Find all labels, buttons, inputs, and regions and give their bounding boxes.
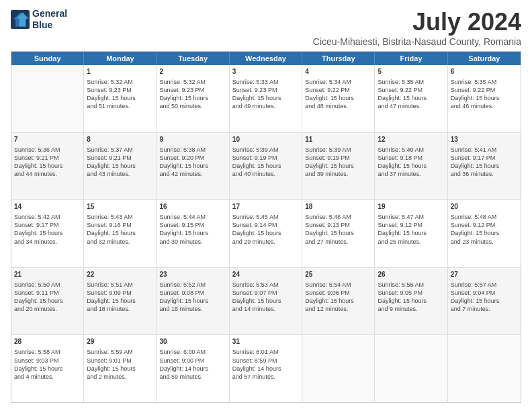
cell-info-line: Sunset: 9:17 PM — [451, 154, 518, 162]
logo-text: General Blue — [32, 8, 67, 31]
cell-info-line: Sunrise: 5:39 AM — [232, 146, 299, 154]
calendar-cell: 3Sunrise: 5:33 AMSunset: 9:23 PMDaylight… — [230, 65, 302, 132]
cell-info-line: Sunset: 9:17 PM — [14, 221, 81, 229]
cell-info-line: and 39 minutes. — [305, 170, 371, 178]
cell-info-line: Sunset: 8:59 PM — [232, 357, 299, 365]
day-number: 15 — [87, 202, 153, 212]
cell-info-line: Daylight: 15 hours — [87, 297, 153, 305]
calendar-cell: 14Sunrise: 5:42 AMSunset: 9:17 PMDayligh… — [11, 200, 84, 267]
cell-info-line: Daylight: 15 hours — [378, 162, 444, 170]
cell-info-line: Sunrise: 5:37 AM — [87, 146, 153, 154]
logo-icon — [11, 10, 30, 29]
cell-info-line: Sunrise: 5:41 AM — [451, 146, 518, 154]
cell-info-line: Sunset: 9:07 PM — [232, 289, 299, 297]
cell-info-line: Sunrise: 5:44 AM — [160, 213, 226, 221]
subtitle: Ciceu-Mihaiesti, Bistrita-Nasaud County,… — [313, 36, 521, 47]
cell-info-line: Daylight: 15 hours — [160, 229, 226, 237]
calendar-cell: 13Sunrise: 5:41 AMSunset: 9:17 PMDayligh… — [448, 133, 521, 200]
calendar-cell — [11, 65, 84, 132]
cell-info-line: and 12 minutes. — [305, 305, 371, 313]
day-number: 22 — [87, 270, 153, 279]
cell-info-line: Sunrise: 6:00 AM — [160, 348, 226, 356]
cell-info-line: Daylight: 15 hours — [87, 162, 153, 170]
cell-info-line: and 37 minutes. — [378, 170, 444, 178]
cell-info-line: and 36 minutes. — [451, 170, 518, 178]
calendar-cell — [375, 335, 447, 402]
cell-info-line: Sunrise: 6:01 AM — [232, 348, 299, 356]
cell-info-line: Sunset: 9:01 PM — [87, 357, 153, 365]
cell-info-line: Sunset: 9:22 PM — [305, 86, 371, 94]
day-number: 30 — [160, 337, 226, 347]
day-number: 24 — [232, 270, 299, 279]
cell-info-line: Sunrise: 5:50 AM — [14, 281, 81, 289]
cell-info-line: Sunrise: 5:47 AM — [378, 213, 444, 221]
day-number: 27 — [451, 270, 518, 279]
calendar-cell: 15Sunrise: 5:43 AMSunset: 9:16 PMDayligh… — [84, 200, 157, 267]
calendar-cell: 28Sunrise: 5:58 AMSunset: 9:03 PMDayligh… — [11, 335, 84, 402]
cell-info-line: Sunset: 9:23 PM — [87, 86, 153, 94]
cell-info-line: Sunset: 9:03 PM — [14, 357, 81, 365]
main-title: July 2024 — [313, 8, 521, 36]
cell-info-line: and 30 minutes. — [160, 238, 226, 246]
day-number: 20 — [451, 202, 518, 212]
cell-info-line: and 20 minutes. — [14, 305, 81, 313]
cell-info-line: Sunrise: 5:57 AM — [451, 281, 518, 289]
cell-info-line: Sunset: 9:15 PM — [160, 221, 226, 229]
calendar-cell: 20Sunrise: 5:48 AMSunset: 9:12 PMDayligh… — [448, 200, 521, 267]
day-number: 10 — [232, 135, 299, 144]
day-number: 13 — [451, 135, 518, 144]
page: General Blue July 2024 Ciceu-Mihaiesti, … — [0, 0, 532, 411]
cell-info-line: and 16 minutes. — [160, 305, 226, 313]
cell-info-line: Daylight: 15 hours — [87, 229, 153, 237]
cell-info-line: Sunrise: 5:55 AM — [378, 281, 444, 289]
cell-info-line: and 2 minutes. — [87, 373, 153, 381]
calendar-cell: 26Sunrise: 5:55 AMSunset: 9:05 PMDayligh… — [375, 268, 447, 335]
cell-info-line: Sunrise: 5:36 AM — [14, 146, 81, 154]
cell-info-line: Daylight: 15 hours — [14, 297, 81, 305]
cell-info-line: Sunrise: 5:46 AM — [305, 213, 371, 221]
cell-info-line: Daylight: 15 hours — [232, 94, 299, 102]
cell-info-line: Daylight: 15 hours — [305, 94, 371, 102]
cell-info-line: and 27 minutes. — [305, 238, 371, 246]
cell-info-line: and 32 minutes. — [87, 238, 153, 246]
cell-info-line: Daylight: 15 hours — [378, 297, 444, 305]
cell-info-line: Sunset: 9:22 PM — [378, 86, 444, 94]
day-number: 26 — [378, 270, 444, 279]
cell-info-line: Daylight: 15 hours — [378, 94, 444, 102]
calendar-row: 7Sunrise: 5:36 AMSunset: 9:21 PMDaylight… — [11, 133, 521, 201]
cell-info-line: Daylight: 15 hours — [305, 297, 371, 305]
day-number: 21 — [14, 270, 81, 279]
cell-info-line: Sunrise: 5:35 AM — [451, 78, 518, 86]
day-number: 5 — [378, 67, 444, 77]
calendar: SundayMondayTuesdayWednesdayThursdayFrid… — [11, 51, 521, 403]
cell-info-line: Daylight: 15 hours — [14, 365, 81, 373]
day-number: 16 — [160, 202, 226, 212]
header: General Blue July 2024 Ciceu-Mihaiesti, … — [11, 8, 521, 47]
day-number: 31 — [232, 337, 299, 347]
cell-info-line: Sunset: 9:19 PM — [305, 154, 371, 162]
cell-info-line: Sunrise: 5:32 AM — [87, 78, 153, 86]
cell-info-line: Sunset: 9:06 PM — [305, 289, 371, 297]
cell-info-line: Daylight: 15 hours — [378, 229, 444, 237]
cell-info-line: Sunrise: 5:32 AM — [160, 78, 226, 86]
cell-info-line: and 44 minutes. — [14, 170, 81, 178]
cell-info-line: Sunrise: 5:59 AM — [87, 348, 153, 356]
cell-info-line: Sunset: 9:21 PM — [87, 154, 153, 162]
cell-info-line: and 4 minutes. — [14, 373, 81, 381]
day-number: 7 — [14, 135, 81, 144]
calendar-row: 1Sunrise: 5:32 AMSunset: 9:23 PMDaylight… — [11, 65, 521, 133]
cell-info-line: and 57 minutes. — [232, 373, 299, 381]
cell-info-line: Sunset: 9:05 PM — [378, 289, 444, 297]
cell-info-line: Sunrise: 5:43 AM — [87, 213, 153, 221]
cell-info-line: Sunrise: 5:39 AM — [305, 146, 371, 154]
day-number: 28 — [14, 337, 81, 347]
cell-info-line: and 47 minutes. — [378, 102, 444, 110]
cell-info-line: Sunrise: 5:42 AM — [14, 213, 81, 221]
calendar-cell: 18Sunrise: 5:46 AMSunset: 9:13 PMDayligh… — [302, 200, 375, 267]
calendar-cell: 2Sunrise: 5:32 AMSunset: 9:23 PMDaylight… — [157, 65, 230, 132]
cell-info-line: and 29 minutes. — [232, 238, 299, 246]
weekday-header: Monday — [84, 52, 157, 65]
cell-info-line: Daylight: 15 hours — [451, 162, 518, 170]
calendar-cell: 4Sunrise: 5:34 AMSunset: 9:22 PMDaylight… — [302, 65, 375, 132]
calendar-cell: 30Sunrise: 6:00 AMSunset: 9:00 PMDayligh… — [157, 335, 230, 402]
